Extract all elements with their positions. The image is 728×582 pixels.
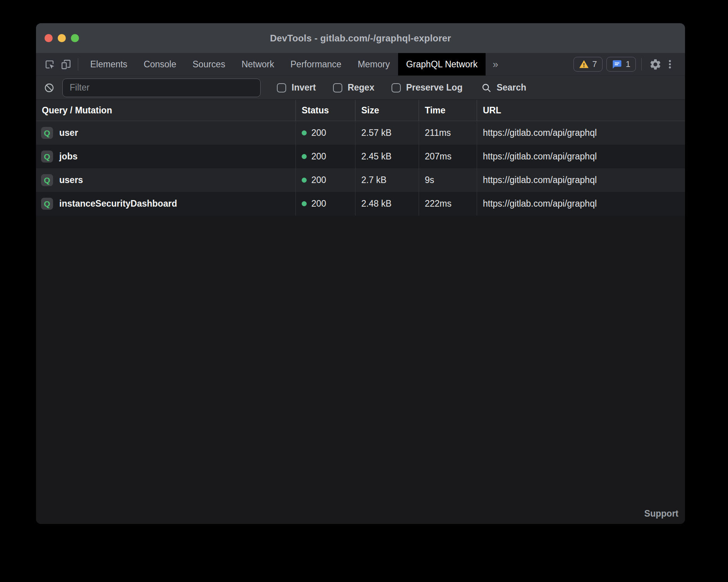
column-header-label: Time [425, 105, 445, 116]
status-code: 200 [311, 151, 326, 162]
status-code: 200 [311, 175, 326, 185]
settings-button[interactable] [647, 56, 663, 73]
invert-checkbox[interactable]: Invert [277, 82, 316, 93]
tab-memory[interactable]: Memory [350, 53, 398, 75]
support-link[interactable]: Support [644, 508, 678, 519]
search-button[interactable]: Search [481, 82, 526, 93]
status-cell: 200 [296, 192, 355, 216]
warning-triangle-icon [579, 59, 589, 69]
table-empty-area [36, 216, 685, 524]
toolbar-divider [78, 58, 78, 70]
status-cell: 200 [296, 145, 355, 168]
tab-label: Sources [192, 59, 225, 70]
column-header-url[interactable]: URL [477, 100, 685, 121]
status-code: 200 [311, 199, 326, 209]
url-cell: https://gitlab.com/api/graphql [477, 192, 685, 216]
size-cell: 2.57 kB [355, 121, 419, 145]
device-toolbar-button[interactable] [58, 56, 74, 73]
tab-performance[interactable]: Performance [282, 53, 350, 75]
issues-button[interactable]: 1 [606, 57, 636, 72]
window-controls [45, 23, 79, 53]
size-value: 2.7 kB [361, 175, 386, 185]
inspect-cursor-icon [44, 58, 56, 70]
status-ok-dot [302, 154, 307, 159]
toolbar-divider [641, 58, 642, 70]
url-cell: https://gitlab.com/api/graphql [477, 168, 685, 192]
checkbox-box [391, 83, 401, 92]
filter-input[interactable] [62, 79, 261, 97]
time-value: 222ms [425, 199, 452, 209]
size-cell: 2.45 kB [355, 145, 419, 168]
issue-count: 1 [626, 59, 630, 69]
column-header-label: Size [361, 105, 379, 116]
tab-label: GraphQL Network [406, 59, 478, 70]
tab-label: Memory [358, 59, 390, 70]
tab-graphql-network[interactable]: GraphQL Network [398, 53, 486, 75]
status-cell: 200 [296, 121, 355, 145]
devtools-window: DevTools - gitlab.com/-/graphql-explorer… [36, 23, 685, 524]
query-cell: Q user [36, 121, 296, 145]
tab-elements[interactable]: Elements [82, 53, 136, 75]
column-header-label: Query / Mutation [42, 105, 112, 116]
status-ok-dot [302, 178, 307, 183]
kebab-menu-icon [664, 59, 675, 70]
tab-network[interactable]: Network [234, 53, 282, 75]
search-icon [481, 82, 492, 93]
tab-console[interactable]: Console [136, 53, 184, 75]
column-header-label: Status [302, 105, 329, 116]
table-header: Query / Mutation Status Size Time URL [36, 100, 685, 121]
url-value: https://gitlab.com/api/graphql [483, 175, 597, 185]
regex-checkbox[interactable]: Regex [333, 82, 374, 93]
warnings-button[interactable]: 7 [573, 57, 603, 72]
table-row-instance-security-dashboard[interactable]: Q instanceSecurityDashboard 200 2.48 kB … [36, 192, 685, 216]
time-value: 211ms [425, 128, 451, 138]
query-type-badge: Q [41, 151, 53, 163]
tab-label: Console [144, 59, 176, 70]
size-cell: 2.7 kB [355, 168, 419, 192]
status-ok-dot [302, 201, 307, 206]
size-value: 2.48 kB [361, 199, 391, 209]
checkbox-label: Regex [348, 82, 374, 93]
more-options-button[interactable] [663, 56, 676, 73]
url-value: https://gitlab.com/api/graphql [483, 199, 597, 209]
warning-count: 7 [592, 59, 597, 69]
query-name: instanceSecurityDashboard [59, 199, 177, 209]
query-type-badge: Q [41, 198, 53, 210]
column-header-status[interactable]: Status [296, 100, 355, 121]
more-tabs-button[interactable]: » [486, 58, 505, 70]
query-cell: Q instanceSecurityDashboard [36, 192, 296, 216]
query-name: jobs [59, 151, 77, 162]
checkbox-box [333, 83, 342, 92]
column-header-time[interactable]: Time [419, 100, 477, 121]
tab-sources[interactable]: Sources [184, 53, 233, 75]
size-value: 2.57 kB [361, 128, 391, 138]
window-title: DevTools - gitlab.com/-/graphql-explorer [270, 33, 451, 44]
status-code: 200 [311, 128, 326, 138]
url-value: https://gitlab.com/api/graphql [483, 128, 597, 138]
chevron-double-right-icon: » [493, 58, 498, 70]
column-header-query-mutation[interactable]: Query / Mutation [36, 100, 296, 121]
inspect-element-button[interactable] [41, 56, 58, 73]
chat-bubble-icon [612, 59, 622, 70]
checkbox-box [277, 83, 286, 92]
table-row-user[interactable]: Q user 200 2.57 kB 211ms https://gitlab.… [36, 121, 685, 145]
minimize-window-button[interactable] [58, 34, 66, 42]
column-header-size[interactable]: Size [355, 100, 419, 121]
search-label: Search [496, 82, 526, 93]
maximize-window-button[interactable] [71, 34, 79, 42]
url-cell: https://gitlab.com/api/graphql [477, 121, 685, 145]
titlebar: DevTools - gitlab.com/-/graphql-explorer [36, 23, 685, 53]
clear-log-icon[interactable] [44, 82, 55, 93]
checkbox-label: Invert [292, 82, 316, 93]
preserve-log-checkbox[interactable]: Preserve Log [391, 82, 463, 93]
table-row-jobs[interactable]: Q jobs 200 2.45 kB 207ms https://gitlab.… [36, 145, 685, 168]
tab-label: Elements [90, 59, 127, 70]
query-name: users [59, 175, 83, 185]
table-row-users[interactable]: Q users 200 2.7 kB 9s https://gitlab.com… [36, 168, 685, 192]
query-type-badge: Q [41, 127, 53, 139]
status-ok-dot [302, 130, 307, 135]
query-name: user [59, 128, 78, 138]
status-cell: 200 [296, 168, 355, 192]
tab-label: Performance [290, 59, 342, 70]
close-window-button[interactable] [45, 34, 53, 42]
